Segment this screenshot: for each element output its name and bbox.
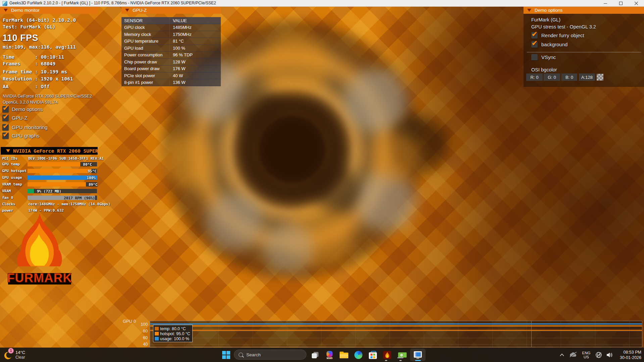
- gpu-name-line: NVIDIA GeForce RTX 2060 SUPER/PCIe/SSE2: [3, 94, 92, 99]
- osi-red-value[interactable]: R: 0: [526, 73, 543, 81]
- search-input[interactable]: Search: [234, 350, 306, 360]
- vram-temp-row: VRAM temp 89°C: [1, 182, 97, 187]
- furmark-running-indicator: [385, 360, 387, 361]
- panel-title: GPU-Z: [133, 8, 147, 13]
- gpu-monitoring-checkbox[interactable]: [2, 124, 9, 131]
- file-explorer-button[interactable]: [339, 350, 349, 360]
- task-view-icon: [311, 351, 319, 359]
- tray-date: 30-01-2026: [620, 355, 641, 360]
- onedrive-tray-button[interactable]: [568, 350, 578, 360]
- taskbar: 1 14°C Clear Search M365: [0, 348, 644, 362]
- table-row: Power consumption96 % TDP: [121, 52, 221, 59]
- usage-line: [150, 323, 642, 324]
- render-furry-object-checkbox[interactable]: [531, 32, 538, 39]
- copilot-m365-button[interactable]: M365: [324, 350, 335, 360]
- language-tray-button[interactable]: ENG US: [581, 350, 592, 360]
- minimize-button[interactable]: [598, 0, 613, 6]
- y-tick-60: 60: [136, 335, 148, 340]
- notification-badge: 1: [8, 348, 14, 354]
- table-row: 8-pin #1 power136 W: [121, 79, 221, 86]
- gpuz-header[interactable]: GPU-Z: [121, 6, 221, 14]
- furmark-app-button[interactable]: [382, 350, 393, 360]
- gpuz-checkbox[interactable]: [2, 115, 9, 121]
- temp-legend-swatch: [155, 327, 159, 330]
- cloud-slash-icon: [569, 352, 577, 358]
- usage-legend-label: usage: 100.0 %: [160, 337, 189, 341]
- osi-alpha-value[interactable]: A:128: [579, 73, 595, 81]
- copilot-m365-icon: M365: [327, 351, 333, 359]
- stat-aa: AA : Off: [3, 84, 50, 89]
- opengl-line: OpenGL 3.2.0 NVIDIA 591.74: [3, 100, 58, 105]
- demo-subtitle: GPU stress test - OpenGL 3.2: [531, 24, 596, 30]
- vram-temp-bar: 89°C: [28, 182, 97, 187]
- weather-temp: 14°C: [15, 350, 25, 355]
- speaker-icon: [606, 352, 613, 358]
- table-row: Board power draw176 W: [121, 65, 221, 72]
- panel-title: Demo options: [535, 8, 562, 13]
- background-checkbox[interactable]: [531, 41, 538, 48]
- language-code: ENG: [582, 351, 591, 355]
- start-button[interactable]: [221, 350, 232, 360]
- value-column-header: VALUE: [169, 17, 221, 24]
- windows-logo-icon: [222, 351, 230, 359]
- table-header-row: SENSOR VALUE: [121, 17, 221, 24]
- stat-resolution: Resolution : 1920 x 1061: [3, 76, 73, 82]
- demo-monitor-header[interactable]: Demo monitor: [0, 6, 98, 14]
- demo-title: FurMark (GL): [531, 17, 560, 22]
- logo-text: FURMARK: [7, 271, 72, 285]
- network-tray-button[interactable]: [594, 350, 603, 360]
- gpu0-graph-label: GPU 0: [123, 319, 136, 324]
- gpu-temp-bar: 80°C: [28, 162, 97, 166]
- nvidia-panel-header[interactable]: NVIDIA GeForce RTX 2060 SUPER: [1, 147, 98, 155]
- gpu-hotspot-row: GPU hotspot 95°C: [1, 169, 97, 173]
- maximize-button[interactable]: [613, 0, 629, 6]
- gpuz-sensor-table: SENSOR VALUE GPU clock1485MHz Memory clo…: [121, 17, 221, 86]
- edge-button[interactable]: [353, 350, 364, 360]
- window-title: Geeks3D FurMark 2.10.2.0 - [ FurMark (GL…: [9, 1, 216, 5]
- collapse-triangle-icon: [527, 9, 531, 12]
- hotspot-line: [150, 325, 642, 326]
- fan-row: fan 0 2017 RPM (96%): [1, 196, 97, 200]
- vsync-checkbox[interactable]: [531, 54, 538, 60]
- weather-widget[interactable]: 1 14°C Clear: [3, 349, 25, 361]
- pci-ids-value: DEV:10DE-1F06 SUB:1458-3FF1 REV:A1: [28, 156, 104, 161]
- microsoft-store-button[interactable]: [367, 350, 378, 360]
- gpu-graph-plot: [150, 321, 642, 347]
- fps-stats: min:109, max:116, avg:111: [3, 44, 76, 50]
- stat-frame-time: Frame time : 10.199 ms: [3, 69, 67, 74]
- osi-green-value[interactable]: G: 0: [544, 73, 560, 81]
- demo-options-checkbox-label: Demo options: [12, 106, 43, 112]
- clocks-label: Clocks: [2, 202, 15, 206]
- gpuz-running-indicator: [399, 360, 402, 361]
- gpu-graphs-checkbox[interactable]: [2, 133, 9, 139]
- gpu-monitoring-checkbox-label: GPU monitoring: [12, 124, 48, 130]
- edge-icon: [354, 351, 362, 359]
- stat-frames: Frames : 68049: [3, 61, 55, 66]
- gpu-usage-bar: 100%: [28, 175, 97, 180]
- furmark-gl-window-icon: [412, 350, 423, 360]
- osi-bgcolor-label: OSI bgcolor: [531, 67, 557, 72]
- demo-options-header[interactable]: Demo options: [524, 6, 644, 14]
- osi-blue-value[interactable]: B: 0: [561, 73, 577, 81]
- pci-ids-label: PCI IDs: [2, 156, 17, 161]
- gpuz-app-button[interactable]: [396, 350, 407, 360]
- usage-legend-swatch: [155, 337, 159, 341]
- power-label: power: [2, 208, 13, 213]
- collapse-triangle-icon: [125, 9, 129, 12]
- close-button[interactable]: [629, 0, 644, 6]
- demo-options-panel: Demo options FurMark (GL) GPU stress tes…: [524, 6, 644, 87]
- globe-no-internet-icon: [595, 352, 602, 358]
- y-tick-40: 40: [136, 342, 148, 347]
- hotspot-legend-swatch: [155, 332, 159, 335]
- tray-chevron-button[interactable]: [558, 350, 566, 360]
- task-view-button[interactable]: [310, 350, 320, 360]
- test-line: Test: FurMark (GL): [3, 24, 55, 30]
- temp-line: [150, 330, 642, 331]
- volume-tray-button[interactable]: [605, 350, 614, 360]
- clock-tray-button[interactable]: 08:53 PM 30-01-2026: [620, 350, 641, 360]
- furmark-window: FURMARK Geeks3D FurMark 2.10.2.0 - [ Fur…: [0, 0, 644, 362]
- alpha-preview-swatch[interactable]: [597, 74, 603, 81]
- demo-options-checkbox[interactable]: [2, 106, 9, 112]
- gpuz-panel: GPU-Z SENSOR VALUE GPU clock1485MHz Memo…: [121, 6, 221, 84]
- search-icon: [239, 353, 243, 357]
